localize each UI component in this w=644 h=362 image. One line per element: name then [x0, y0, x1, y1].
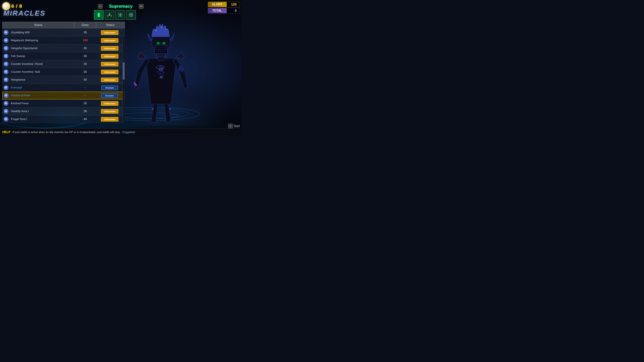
table-row[interactable]: Vengeance 40 Unknown [2, 76, 125, 84]
row-status: Unknown [96, 38, 124, 43]
category-icon-burst[interactable] [116, 10, 125, 20]
svg-line-31 [121, 13, 122, 14]
row-name: Forestall [10, 86, 74, 89]
sort-button[interactable]: ⊡ Sort [228, 124, 240, 128]
status-badge: Unknown [101, 101, 118, 106]
svg-line-39 [129, 13, 130, 14]
row-icon [2, 46, 10, 51]
table-wrapper: Unyielding Will 35 Unknown Magatsuhi Wel… [2, 29, 125, 123]
help-text: If auto-battle is active when an ally re… [12, 131, 120, 134]
row-icon [2, 85, 10, 90]
svg-point-34 [130, 14, 132, 15]
status-badge: Unknown [101, 62, 118, 66]
row-status: Known [96, 93, 124, 98]
help-bar: HELP If auto-battle is active when an al… [0, 128, 242, 136]
row-icon-circle [4, 117, 8, 121]
status-badge: Known [101, 85, 118, 90]
status-badge: Unknown [101, 54, 118, 58]
row-status: Unknown [96, 62, 124, 66]
table-row[interactable]: Forestall --- Known [2, 84, 125, 91]
row-icon-circle [4, 101, 8, 106]
category-bar: L1 Supremacy R1 [98, 4, 144, 9]
svg-line-40 [132, 16, 133, 17]
row-icon-circle [4, 77, 8, 82]
svg-line-41 [132, 13, 133, 14]
status-badge: Unknown [101, 109, 118, 114]
row-name: Vengeful Opportunist [10, 46, 74, 50]
col-header-status: Status [96, 22, 124, 28]
row-glory: --- [74, 94, 96, 97]
scrollbar-thumb[interactable] [123, 62, 124, 80]
svg-line-42 [129, 16, 130, 17]
table-row[interactable]: Portent of Peril --- Known [2, 92, 125, 99]
svg-point-24 [120, 14, 121, 15]
row-name: Fell Swoop [10, 54, 74, 58]
row-icon [2, 101, 10, 106]
help-togglable: (Togglable) [122, 131, 135, 134]
status-badge: Unknown [101, 38, 118, 43]
row-glory: 35 [74, 102, 96, 105]
row-glory: 30 [74, 62, 96, 66]
row-icon [2, 117, 10, 121]
row-glory: 150 [74, 39, 96, 42]
nav-left-button[interactable]: L1 [98, 4, 103, 9]
row-status: Unknown [96, 101, 124, 106]
glory-value: 125 [226, 2, 240, 7]
table-row[interactable]: Vengeful Opportunist 30 Unknown [2, 44, 125, 52]
row-glory: 40 [74, 117, 96, 121]
col-header-name: Name [2, 22, 74, 28]
row-icon-circle [4, 54, 8, 58]
svg-line-22 [110, 15, 110, 15]
row-status: Unknown [96, 46, 124, 51]
row-status: Known [96, 85, 124, 90]
table-row[interactable]: Unyielding Will 35 Unknown [2, 29, 125, 36]
svg-line-30 [121, 16, 122, 17]
row-icon [2, 109, 10, 114]
table-row[interactable]: Fell Swoop 30 Unknown [2, 52, 125, 60]
table-row[interactable]: Counter Incentive: Resist 30 Unknown [2, 60, 125, 68]
row-icon [2, 69, 10, 74]
glory-label: GLORY [208, 2, 226, 7]
row-name: Kindred Favor [10, 102, 74, 105]
status-badge: Known [101, 93, 118, 98]
svg-line-32 [118, 16, 120, 17]
row-status: Unknown [96, 30, 124, 35]
table-row[interactable]: Counter Incentive: Null 50 Unknown [2, 68, 125, 76]
col-header-glory: Glory [74, 22, 96, 28]
row-name: Vengeance [10, 78, 74, 81]
row-glory: --- [74, 86, 96, 89]
status-badge: Unknown [101, 78, 118, 82]
row-icon-circle [4, 62, 8, 66]
scrollbar[interactable] [122, 36, 125, 123]
row-glory: 30 [74, 54, 96, 58]
status-badge: Unknown [101, 117, 118, 121]
total-value: 0 [226, 8, 240, 13]
row-status: Unknown [96, 78, 124, 82]
row-icon [2, 54, 10, 58]
row-icon-circle [4, 109, 8, 114]
row-icon-circle [4, 69, 8, 74]
category-icon-sun[interactable] [126, 10, 136, 20]
row-status: Unknown [96, 70, 124, 74]
row-name: Counter Incentive: Resist [10, 62, 74, 66]
sort-label: Sort [234, 124, 240, 128]
row-icon-circle [4, 38, 8, 43]
row-icon-circle [4, 46, 8, 51]
row-icon-circle [4, 93, 8, 98]
row-icon [3, 93, 10, 98]
table-row[interactable]: Kindred Favor 35 Unknown [2, 99, 125, 107]
row-glory: 40 [74, 78, 96, 81]
table-row[interactable]: Magatsuhi Wellspring 150 Unknown [2, 36, 125, 44]
category-icon-movement[interactable] [94, 10, 104, 20]
table-row[interactable]: Frugal Soul I 40 Unknown [2, 115, 125, 123]
nav-right-button[interactable]: R1 [139, 4, 144, 9]
svg-point-20 [107, 15, 108, 16]
table-body: Unyielding Will 35 Unknown Magatsuhi Wel… [2, 29, 125, 123]
total-stat: TOTAL 0 [208, 8, 240, 13]
table-row[interactable]: Deathly Aura I 30 Unknown [2, 107, 125, 115]
row-icon [2, 62, 10, 66]
stats-panel: GLORY 125 TOTAL 0 [208, 2, 240, 13]
category-icon-atom[interactable] [105, 10, 114, 20]
glory-stat: GLORY 125 [208, 2, 240, 7]
row-status: Unknown [96, 109, 124, 114]
